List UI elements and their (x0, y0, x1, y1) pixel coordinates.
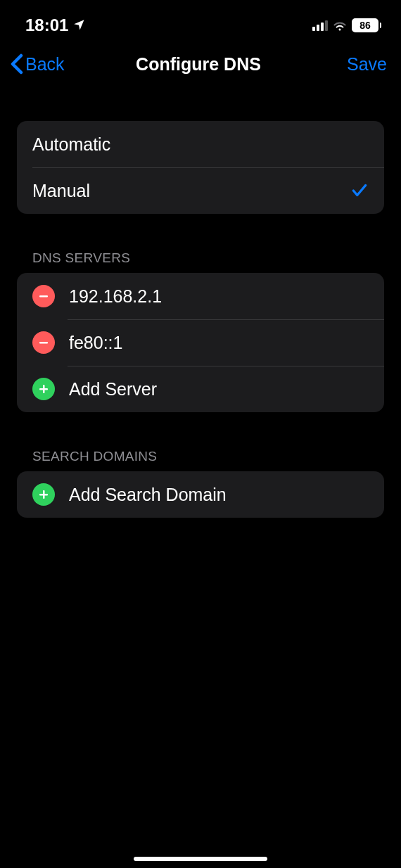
back-label: Back (25, 54, 65, 75)
status-left: 18:01 (25, 15, 85, 35)
svg-rect-0 (39, 295, 48, 298)
status-bar: 18:01 86 (0, 0, 401, 41)
battery-icon: 86 (352, 18, 381, 32)
add-icon (32, 483, 55, 506)
mode-option-automatic[interactable]: Automatic (17, 121, 384, 167)
home-indicator[interactable] (134, 857, 267, 861)
status-time: 18:01 (25, 15, 68, 35)
remove-server-button[interactable] (32, 285, 55, 307)
save-button[interactable]: Save (317, 54, 387, 75)
add-search-domain-label: Add Search Domain (69, 485, 227, 505)
checkmark-icon (350, 181, 369, 200)
add-server-label: Add Server (69, 379, 157, 400)
wifi-icon (332, 20, 348, 31)
dns-server-value: fe80::1 (69, 333, 122, 353)
back-button[interactable]: Back (10, 53, 80, 75)
page-title: Configure DNS (80, 54, 317, 75)
svg-rect-5 (39, 494, 48, 496)
add-icon (32, 378, 55, 400)
location-icon (72, 15, 85, 35)
svg-rect-3 (39, 388, 48, 390)
mode-option-label: Manual (32, 181, 350, 201)
add-server-row[interactable]: Add Server (17, 366, 384, 412)
dns-section-header: DNS SERVERS (17, 250, 384, 273)
search-domains-group: Add Search Domain (17, 471, 384, 518)
search-domains-section: SEARCH DOMAINS Add Search Domain (17, 449, 384, 518)
battery-percent: 86 (359, 20, 371, 30)
dns-server-row[interactable]: fe80::1 (17, 319, 384, 366)
dns-section: DNS SERVERS 192.168.2.1 fe80::1 (17, 250, 384, 412)
add-search-domain-row[interactable]: Add Search Domain (17, 471, 384, 518)
chevron-left-icon (10, 53, 24, 75)
cellular-signal-icon (312, 20, 328, 31)
search-domains-header: SEARCH DOMAINS (17, 449, 384, 471)
status-right: 86 (312, 18, 381, 32)
remove-server-button[interactable] (32, 331, 55, 354)
mode-option-manual[interactable]: Manual (17, 167, 384, 214)
dns-server-row[interactable]: 192.168.2.1 (17, 273, 384, 319)
mode-option-label: Automatic (32, 134, 369, 155)
mode-group: Automatic Manual (17, 121, 384, 214)
nav-bar: Back Configure DNS Save (0, 41, 401, 91)
dns-server-value: 192.168.2.1 (69, 286, 162, 307)
svg-rect-1 (39, 342, 48, 344)
content: Automatic Manual DNS SERVERS 192.168.2.1 (0, 91, 401, 518)
dns-servers-group: 192.168.2.1 fe80::1 Add Server (17, 273, 384, 412)
